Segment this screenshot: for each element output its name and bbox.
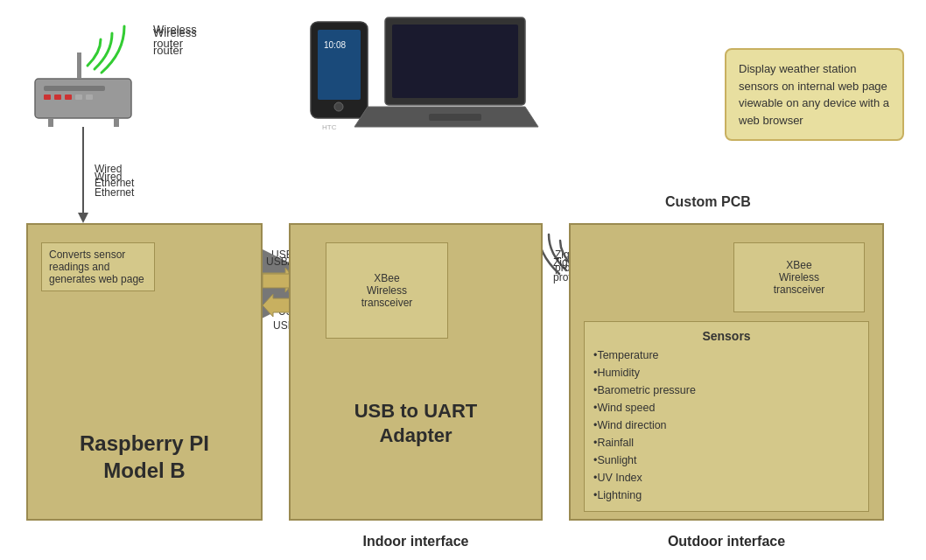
svg-rect-17 bbox=[385, 18, 525, 105]
svg-rect-13 bbox=[318, 30, 361, 100]
svg-rect-0 bbox=[35, 79, 131, 118]
svg-rect-7 bbox=[48, 118, 53, 127]
sensors-header: Sensors bbox=[593, 329, 859, 343]
sensors-list: •Temperature •Humidity •Barometric press… bbox=[593, 346, 859, 504]
xbee-outdoor-label: XBee Wireless transceiver bbox=[774, 259, 825, 296]
svg-rect-1 bbox=[44, 86, 105, 91]
sensor-sunlight: •Sunlight bbox=[593, 452, 859, 469]
wireless-router-label: Wirelessrouter bbox=[153, 24, 197, 59]
svg-rect-12 bbox=[311, 22, 368, 118]
sensors-box: Sensors •Temperature •Humidity •Barometr… bbox=[584, 321, 869, 512]
xbee-indoor-box: XBee Wireless transceiver bbox=[326, 242, 448, 339]
custom-pcb-label: Custom PCB bbox=[665, 194, 751, 210]
sensor-rainfall: •Rainfall bbox=[593, 434, 859, 452]
outdoor-box: XBee Wireless transceiver Sensors •Tempe… bbox=[569, 223, 884, 521]
svg-rect-4 bbox=[65, 94, 72, 100]
svg-rect-6 bbox=[86, 94, 93, 100]
svg-rect-19 bbox=[429, 114, 481, 121]
outdoor-interface-label: Outdoor interface bbox=[569, 534, 884, 550]
svg-rect-3 bbox=[54, 94, 61, 100]
rpi-info-box: Converts sensor readings and generates w… bbox=[41, 242, 155, 291]
sensor-humidity: •Humidity bbox=[593, 364, 859, 382]
svg-rect-9 bbox=[77, 52, 81, 79]
svg-text:HTC: HTC bbox=[322, 123, 337, 131]
wired-ethernet-label: WiredEthernet bbox=[95, 169, 134, 200]
svg-rect-2 bbox=[44, 94, 51, 100]
svg-rect-8 bbox=[114, 118, 119, 127]
sensor-temperature: •Temperature bbox=[593, 346, 859, 364]
svg-text:10:08: 10:08 bbox=[324, 40, 346, 50]
rpi-box: Converts sensor readings and generates w… bbox=[26, 223, 263, 521]
rpi-info-text: Converts sensor readings and generates w… bbox=[49, 248, 144, 285]
sensor-barometric: •Barometric pressure bbox=[593, 382, 859, 399]
rpi-label: Raspberry PIModel B bbox=[28, 430, 261, 484]
sensor-wind-direction: •Wind direction bbox=[593, 416, 859, 434]
svg-rect-18 bbox=[392, 24, 518, 98]
diagram: Wireless router 10:08 HTC Wired Ethernet… bbox=[0, 0, 926, 560]
indoor-main-label: USB to UARTAdapter bbox=[291, 399, 541, 449]
indoor-interface-label: Indoor interface bbox=[289, 534, 543, 550]
xbee-outdoor-box: XBee Wireless transceiver bbox=[733, 242, 865, 312]
callout-text: Display weather station sensors on inter… bbox=[739, 62, 889, 127]
callout-box: Display weather station sensors on inter… bbox=[725, 48, 904, 141]
svg-point-15 bbox=[334, 102, 343, 111]
indoor-box: XBee Wireless transceiver USB to UARTAda… bbox=[289, 223, 543, 521]
sensor-lightning: •Lightning bbox=[593, 486, 859, 504]
xbee-indoor-label: XBee Wireless transceiver bbox=[361, 272, 413, 309]
sensor-wind-speed: •Wind speed bbox=[593, 399, 859, 416]
sensor-uv: •UV Index bbox=[593, 469, 859, 486]
svg-rect-5 bbox=[75, 94, 82, 100]
svg-marker-21 bbox=[78, 213, 88, 223]
